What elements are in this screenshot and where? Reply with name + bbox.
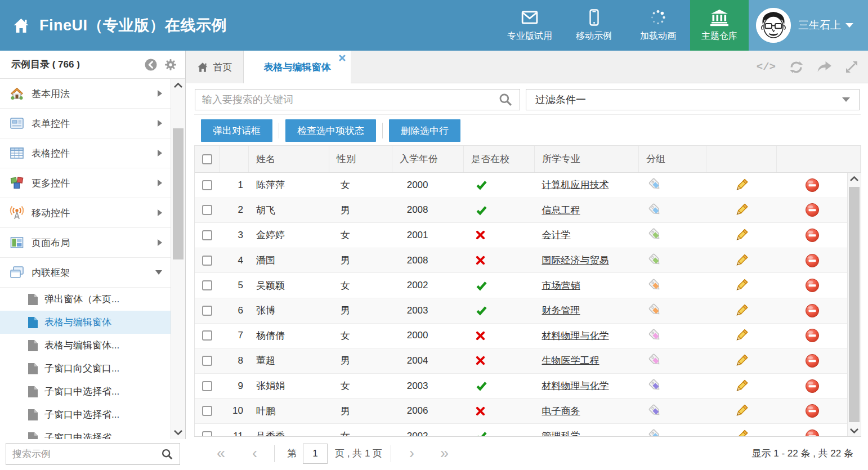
edit-button[interactable]	[706, 353, 776, 368]
row-checkbox[interactable]	[202, 256, 212, 266]
delete-button[interactable]	[776, 203, 848, 217]
filter-dropdown[interactable]: 过滤条件一	[526, 89, 860, 110]
sidebar-group-2[interactable]: 表单控件	[0, 109, 171, 138]
edit-button[interactable]	[706, 253, 776, 268]
row-checkbox[interactable]	[202, 381, 212, 391]
gear-icon[interactable]	[164, 58, 177, 71]
expand-icon[interactable]	[845, 61, 858, 73]
refresh-icon[interactable]	[789, 60, 803, 74]
delete-button[interactable]	[776, 328, 848, 343]
major-link[interactable]: 财务管理	[542, 304, 580, 317]
row-checkbox[interactable]	[202, 356, 212, 366]
search-icon[interactable]	[161, 448, 173, 460]
user-name: 三生石上	[798, 18, 841, 33]
major-link[interactable]: 生物医学工程	[542, 354, 599, 367]
row-checkbox[interactable]	[202, 280, 212, 290]
scroll-down-icon[interactable]	[849, 428, 859, 434]
delete-button[interactable]	[776, 303, 848, 318]
major-link[interactable]: 信息工程	[542, 204, 580, 217]
sidebar-item-5[interactable]: 子窗口中选择省...	[0, 380, 171, 403]
major-link[interactable]: 材料物理与化学	[542, 329, 609, 342]
sidebar-group-5[interactable]: 移动控件	[0, 198, 171, 228]
delete-button[interactable]	[776, 379, 848, 393]
share-icon[interactable]	[817, 61, 832, 74]
search-icon[interactable]	[498, 92, 513, 107]
source-code-icon[interactable]: </>	[757, 61, 776, 73]
row-checkbox[interactable]	[202, 406, 212, 416]
search-input[interactable]	[12, 449, 161, 460]
row-checkbox[interactable]	[202, 330, 212, 341]
sidebar-scrollbar[interactable]	[171, 79, 185, 439]
header-action-trial[interactable]: 专业版试用	[498, 0, 562, 51]
row-checkbox[interactable]	[202, 205, 212, 215]
edit-button[interactable]	[706, 379, 776, 393]
toolbar-button-2[interactable]: 检查选中项状态	[285, 119, 376, 142]
major-link[interactable]: 计算机应用技术	[542, 178, 609, 191]
major-link[interactable]: 电子商务	[542, 405, 580, 418]
user-menu[interactable]: 三生石上	[749, 0, 868, 51]
tab-active[interactable]: 表格与编辑窗体	[244, 51, 351, 84]
sidebar-group-7[interactable]: 内联框架	[0, 258, 171, 288]
delete-button[interactable]	[776, 278, 848, 293]
edit-button[interactable]	[706, 178, 776, 193]
edit-button[interactable]	[706, 278, 776, 293]
edit-button[interactable]	[706, 328, 776, 343]
major-link[interactable]: 材料物理与化学	[542, 379, 609, 392]
sidebar-group-3[interactable]: 表格控件	[0, 138, 171, 168]
sidebar-item-3[interactable]: 表格与编辑窗体...	[0, 334, 171, 357]
tab-home[interactable]: 首页	[186, 51, 244, 83]
edit-button[interactable]	[706, 228, 776, 243]
delete-button[interactable]	[776, 228, 848, 243]
table-row: 1陈萍萍女2000计算机应用技术	[195, 173, 848, 198]
major-link[interactable]: 市场营销	[542, 279, 580, 292]
toolbar-button-1[interactable]: 弹出对话框	[201, 119, 272, 142]
last-page-icon[interactable]: »	[440, 446, 449, 461]
scroll-up-icon[interactable]	[849, 176, 859, 182]
cell-in-school	[464, 230, 535, 240]
scroll-down-icon[interactable]	[173, 429, 183, 436]
sidebar-item-2[interactable]: 表格与编辑窗体	[0, 311, 171, 334]
sidebar-item-6[interactable]: 子窗口中选择省...	[0, 403, 171, 426]
delete-button[interactable]	[776, 178, 848, 193]
next-page-icon[interactable]: ›	[409, 446, 414, 461]
sidebar-item-1[interactable]: 弹出窗体（本页...	[0, 288, 171, 311]
sidebar-item-7[interactable]: 子窗口中选择省	[0, 426, 171, 439]
edit-button[interactable]	[706, 429, 776, 437]
edit-button[interactable]	[706, 203, 776, 217]
brand[interactable]: FineUI（专业版）在线示例	[0, 15, 227, 35]
keyword-search-input[interactable]	[202, 94, 498, 106]
sidebar-group-1[interactable]: 基本用法	[0, 79, 171, 109]
cell-name: 叶鹏	[249, 405, 329, 418]
edit-button[interactable]	[706, 303, 776, 318]
select-all-checkbox[interactable]	[202, 154, 212, 164]
pencil-icon	[734, 178, 749, 193]
header-action-loading[interactable]: 加载动画	[626, 0, 690, 51]
scroll-up-icon[interactable]	[173, 82, 183, 88]
delete-button[interactable]	[776, 353, 848, 368]
row-checkbox[interactable]	[202, 180, 212, 190]
grid-scrollbar[interactable]	[847, 173, 861, 437]
column-major: 所学专业	[535, 146, 639, 172]
delete-button[interactable]	[776, 429, 848, 437]
delete-button[interactable]	[776, 404, 848, 418]
scrollbar-thumb[interactable]	[173, 128, 184, 259]
major-link[interactable]: 会计学	[542, 229, 571, 241]
major-link[interactable]: 国际经济与贸易	[542, 254, 609, 267]
header-action-theme[interactable]: 主题仓库	[690, 0, 749, 51]
chevron-right-icon	[158, 120, 162, 127]
row-checkbox[interactable]	[202, 306, 212, 316]
sidebar-group-4[interactable]: 更多控件	[0, 168, 171, 198]
collapse-sidebar-icon[interactable]	[144, 58, 158, 71]
prev-page-icon[interactable]: ‹	[252, 446, 257, 461]
edit-button[interactable]	[706, 404, 776, 418]
header-action-mobile[interactable]: 移动示例	[562, 0, 626, 51]
page-number-input[interactable]	[303, 444, 328, 464]
row-checkbox[interactable]	[202, 230, 212, 240]
sidebar-item-4[interactable]: 子窗口向父窗口...	[0, 357, 171, 380]
scrollbar-thumb[interactable]	[849, 187, 860, 422]
toolbar-button-3[interactable]: 删除选中行	[389, 119, 460, 142]
close-icon[interactable]	[339, 55, 346, 61]
sidebar-group-6[interactable]: 页面布局	[0, 228, 171, 258]
first-page-icon[interactable]: «	[217, 446, 225, 461]
delete-button[interactable]	[776, 253, 848, 268]
